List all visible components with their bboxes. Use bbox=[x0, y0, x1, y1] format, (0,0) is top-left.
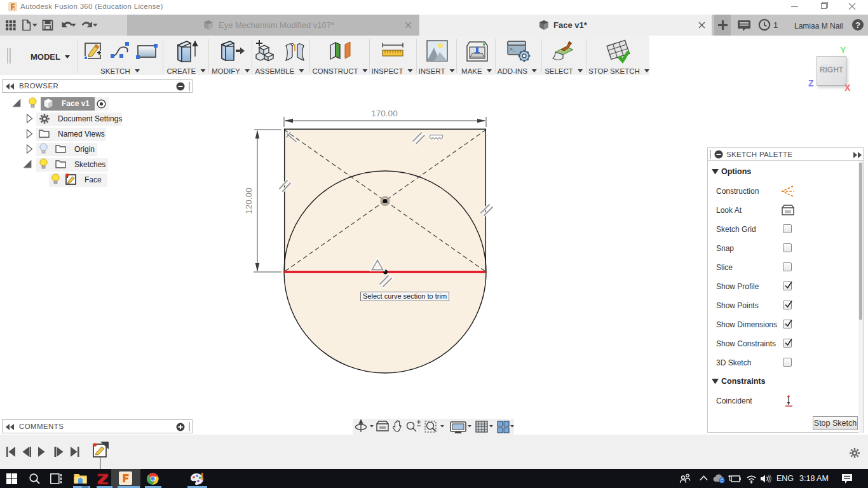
svg-text:>_: >_ bbox=[510, 46, 516, 52]
svg-text:?: ? bbox=[855, 20, 860, 30]
svg-text:170.00: 170.00 bbox=[371, 109, 397, 118]
svg-text:120.00: 120.00 bbox=[244, 187, 254, 214]
